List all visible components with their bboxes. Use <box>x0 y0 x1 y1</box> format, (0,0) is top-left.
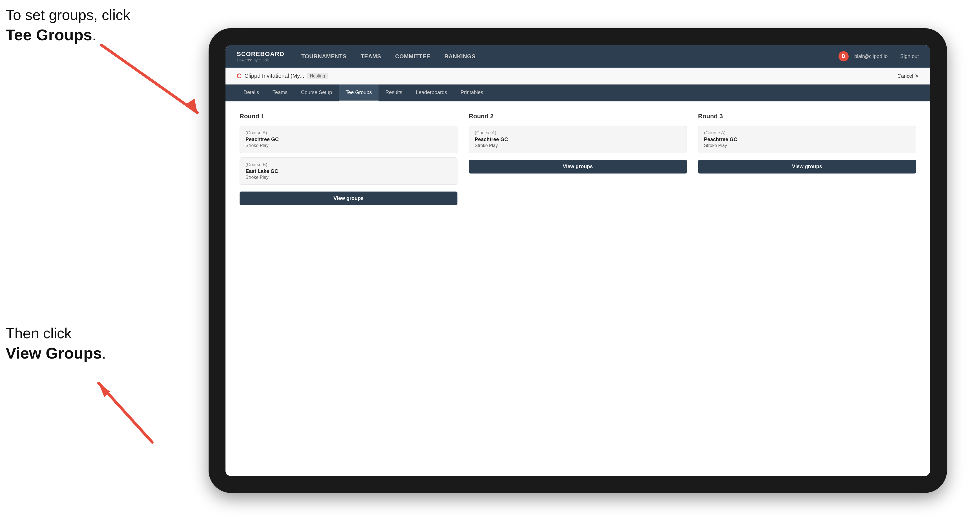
round-1-course-a-name: Peachtree GC <box>245 137 452 143</box>
round-3-column: Round 3 (Course A) Peachtree GC Stroke P… <box>698 113 916 205</box>
round-2-view-groups-button[interactable]: View groups <box>469 160 687 173</box>
user-avatar: B <box>838 51 849 61</box>
round-2-column: Round 2 (Course A) Peachtree GC Stroke P… <box>469 113 687 205</box>
rounds-container: Round 1 (Course A) Peachtree GC Stroke P… <box>240 113 916 205</box>
nav-links: TOURNAMENTS TEAMS COMMITTEE RANKINGS <box>301 53 838 60</box>
annotation-top-bold: Tee Groups <box>6 26 92 44</box>
tab-results[interactable]: Results <box>379 84 409 102</box>
round-1-course-a-label: (Course A) <box>245 130 452 135</box>
tab-details[interactable]: Details <box>237 84 266 102</box>
round-2-course-a-name: Peachtree GC <box>475 137 681 143</box>
svg-marker-3 <box>99 383 110 397</box>
round-1-course-b-format: Stroke Play <box>245 175 452 180</box>
tab-teams[interactable]: Teams <box>266 84 294 102</box>
round-1-view-groups-button[interactable]: View groups <box>240 192 457 205</box>
annotation-top-punct: . <box>92 27 96 43</box>
round-2-course-a-card: (Course A) Peachtree GC Stroke Play <box>469 125 687 153</box>
cancel-button[interactable]: Cancel ✕ <box>897 73 919 79</box>
nav-rankings[interactable]: RANKINGS <box>444 53 476 60</box>
arrow-top-icon <box>93 37 212 127</box>
main-content: Round 1 (Course A) Peachtree GC Stroke P… <box>226 102 930 476</box>
logo-text: SCOREBOARD <box>237 51 285 57</box>
annotation-top-line1: To set groups, click <box>6 7 130 23</box>
round-1-course-a-format: Stroke Play <box>245 143 452 148</box>
hosting-badge: Hosting <box>307 73 328 79</box>
sign-out-link[interactable]: Sign out <box>900 54 919 59</box>
logo-area: SCOREBOARD Powered by clippit <box>237 51 285 62</box>
round-1-course-b-name: East Lake GC <box>245 168 452 175</box>
tournament-info: C Clippd Invitational (My... Hosting <box>237 72 897 80</box>
round-3-course-a-label: (Course A) <box>704 130 910 135</box>
arrow-bottom-icon <box>82 372 166 445</box>
tournament-title: Clippd Invitational (My... <box>244 73 304 79</box>
sub-header: C Clippd Invitational (My... Hosting Can… <box>226 68 930 84</box>
round-2-course-a-label: (Course A) <box>475 130 681 135</box>
tab-leaderboards[interactable]: Leaderboards <box>409 84 454 102</box>
annotation-bottom-line1: Then click <box>6 325 72 341</box>
tab-bar: Details Teams Course Setup Tee Groups Re… <box>226 84 930 102</box>
round-1-course-b-card: (Course B) East Lake GC Stroke Play <box>240 157 457 185</box>
nav-committee[interactable]: COMMITTEE <box>395 53 430 60</box>
nav-tournaments[interactable]: TOURNAMENTS <box>301 53 347 60</box>
svg-line-0 <box>102 45 197 113</box>
annotation-bottom: Then click View Groups. <box>6 324 106 364</box>
nav-right: B blair@clippd.io | Sign out <box>838 51 919 61</box>
round-3-course-a-name: Peachtree GC <box>704 137 910 143</box>
nav-teams[interactable]: TEAMS <box>361 53 381 60</box>
nav-user-email: blair@clippd.io <box>854 54 888 59</box>
round-3-course-a-format: Stroke Play <box>704 143 910 148</box>
tablet-screen: SCOREBOARD Powered by clippit TOURNAMENT… <box>226 45 930 476</box>
top-nav: SCOREBOARD Powered by clippit TOURNAMENT… <box>226 45 930 68</box>
nav-separator: | <box>893 54 895 59</box>
annotation-bottom-punct: . <box>102 345 106 362</box>
round-1-course-b-label: (Course B) <box>245 162 452 167</box>
logo: SCOREBOARD Powered by clippit <box>237 51 285 62</box>
round-3-course-a-card: (Course A) Peachtree GC Stroke Play <box>698 125 916 153</box>
round-2-course-a-format: Stroke Play <box>475 143 681 148</box>
round-3-view-groups-button[interactable]: View groups <box>698 160 916 173</box>
tournament-logo-c: C <box>237 72 242 80</box>
round-3-title: Round 3 <box>698 113 916 120</box>
round-1-column: Round 1 (Course A) Peachtree GC Stroke P… <box>240 113 457 205</box>
round-1-title: Round 1 <box>240 113 457 120</box>
tab-course-setup[interactable]: Course Setup <box>294 84 339 102</box>
tablet-frame: SCOREBOARD Powered by clippit TOURNAMENT… <box>208 28 947 493</box>
tab-printables[interactable]: Printables <box>454 84 490 102</box>
annotation-bottom-bold: View Groups <box>6 344 102 362</box>
svg-marker-1 <box>186 98 197 113</box>
round-2-title: Round 2 <box>469 113 687 120</box>
logo-sub: Powered by clippit <box>237 58 285 62</box>
tab-tee-groups[interactable]: Tee Groups <box>339 84 379 102</box>
round-1-course-a-card: (Course A) Peachtree GC Stroke Play <box>240 125 457 153</box>
svg-line-2 <box>99 383 152 442</box>
annotation-top: To set groups, click Tee Groups. <box>6 6 130 45</box>
